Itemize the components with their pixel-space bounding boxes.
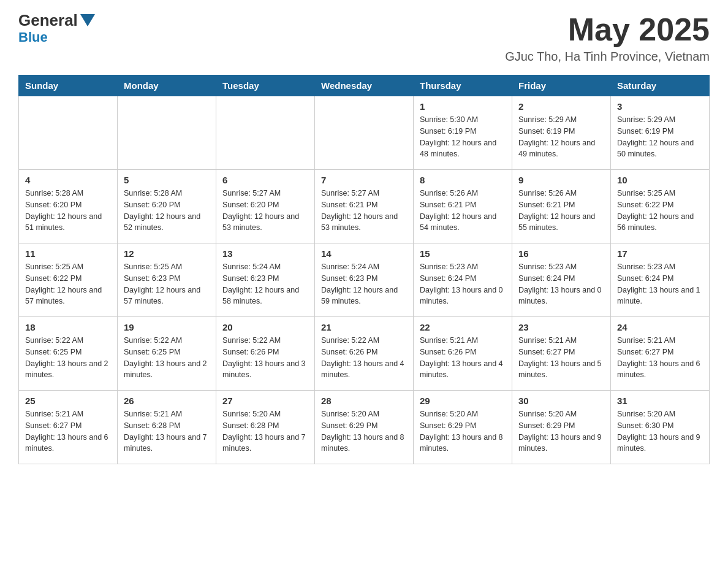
- calendar-cell: 25Sunrise: 5:21 AMSunset: 6:27 PMDayligh…: [19, 391, 118, 464]
- calendar-cell: 7Sunrise: 5:27 AMSunset: 6:21 PMDaylight…: [315, 170, 414, 243]
- day-number: 1: [420, 101, 506, 112]
- page-header: General Blue May 2025 GJuc Tho, Ha Tinh …: [18, 12, 710, 64]
- day-number: 7: [321, 175, 407, 185]
- sun-info: Sunrise: 5:22 AMSunset: 6:25 PMDaylight:…: [124, 335, 210, 381]
- sun-info: Sunrise: 5:20 AMSunset: 6:29 PMDaylight:…: [321, 408, 407, 454]
- sun-info: Sunrise: 5:24 AMSunset: 6:23 PMDaylight:…: [321, 261, 407, 307]
- day-number: 30: [518, 396, 604, 406]
- sun-info: Sunrise: 5:25 AMSunset: 6:22 PMDaylight:…: [25, 261, 111, 307]
- day-number: 27: [222, 396, 308, 406]
- location-subtitle: GJuc Tho, Ha Tinh Province, Vietnam: [505, 50, 710, 64]
- day-number: 13: [222, 248, 308, 259]
- sun-info: Sunrise: 5:20 AMSunset: 6:29 PMDaylight:…: [518, 408, 604, 454]
- sun-info: Sunrise: 5:22 AMSunset: 6:25 PMDaylight:…: [25, 335, 111, 381]
- week-row-4: 18Sunrise: 5:22 AMSunset: 6:25 PMDayligh…: [19, 317, 710, 391]
- calendar-cell: 17Sunrise: 5:23 AMSunset: 6:24 PMDayligh…: [611, 243, 710, 317]
- calendar-header-row: SundayMondayTuesdayWednesdayThursdayFrid…: [19, 75, 710, 96]
- calendar-cell: [315, 96, 414, 170]
- calendar-cell: 13Sunrise: 5:24 AMSunset: 6:23 PMDayligh…: [216, 243, 315, 317]
- calendar-cell: 10Sunrise: 5:25 AMSunset: 6:22 PMDayligh…: [611, 170, 710, 243]
- calendar-cell: 11Sunrise: 5:25 AMSunset: 6:22 PMDayligh…: [19, 243, 118, 317]
- week-row-2: 4Sunrise: 5:28 AMSunset: 6:20 PMDaylight…: [19, 170, 710, 243]
- calendar-cell: 2Sunrise: 5:29 AMSunset: 6:19 PMDaylight…: [512, 96, 611, 170]
- day-number: 17: [617, 248, 703, 259]
- calendar-cell: 14Sunrise: 5:24 AMSunset: 6:23 PMDayligh…: [315, 243, 414, 317]
- sun-info: Sunrise: 5:27 AMSunset: 6:21 PMDaylight:…: [321, 188, 407, 234]
- calendar-cell: 6Sunrise: 5:27 AMSunset: 6:20 PMDaylight…: [216, 170, 315, 243]
- calendar-cell: 19Sunrise: 5:22 AMSunset: 6:25 PMDayligh…: [118, 317, 216, 391]
- calendar-header-wednesday: Wednesday: [315, 75, 414, 96]
- sun-info: Sunrise: 5:29 AMSunset: 6:19 PMDaylight:…: [518, 114, 604, 160]
- logo-general-text: General: [18, 12, 78, 28]
- calendar-header-thursday: Thursday: [414, 75, 512, 96]
- calendar-table: SundayMondayTuesdayWednesdayThursdayFrid…: [18, 75, 710, 464]
- day-number: 18: [25, 322, 111, 332]
- calendar-cell: 15Sunrise: 5:23 AMSunset: 6:24 PMDayligh…: [414, 243, 512, 317]
- day-number: 22: [420, 322, 506, 332]
- day-number: 24: [617, 322, 703, 332]
- day-number: 2: [518, 101, 604, 112]
- calendar-cell: 18Sunrise: 5:22 AMSunset: 6:25 PMDayligh…: [19, 317, 118, 391]
- sun-info: Sunrise: 5:21 AMSunset: 6:27 PMDaylight:…: [617, 335, 703, 381]
- sun-info: Sunrise: 5:21 AMSunset: 6:27 PMDaylight:…: [518, 335, 604, 381]
- day-number: 26: [124, 396, 210, 406]
- day-number: 9: [518, 175, 604, 185]
- calendar-cell: [19, 96, 118, 170]
- week-row-3: 11Sunrise: 5:25 AMSunset: 6:22 PMDayligh…: [19, 243, 710, 317]
- day-number: 20: [222, 322, 308, 332]
- day-number: 21: [321, 322, 407, 332]
- calendar-header-tuesday: Tuesday: [216, 75, 315, 96]
- calendar-cell: 8Sunrise: 5:26 AMSunset: 6:21 PMDaylight…: [414, 170, 512, 243]
- sun-info: Sunrise: 5:30 AMSunset: 6:19 PMDaylight:…: [420, 114, 506, 160]
- calendar-cell: 1Sunrise: 5:30 AMSunset: 6:19 PMDaylight…: [414, 96, 512, 170]
- month-year-title: May 2025: [505, 12, 710, 47]
- calendar-cell: 21Sunrise: 5:22 AMSunset: 6:26 PMDayligh…: [315, 317, 414, 391]
- calendar-cell: 29Sunrise: 5:20 AMSunset: 6:29 PMDayligh…: [414, 391, 512, 464]
- calendar-cell: 26Sunrise: 5:21 AMSunset: 6:28 PMDayligh…: [118, 391, 216, 464]
- day-number: 5: [124, 175, 210, 185]
- day-number: 3: [617, 101, 703, 112]
- calendar-cell: 22Sunrise: 5:21 AMSunset: 6:26 PMDayligh…: [414, 317, 512, 391]
- sun-info: Sunrise: 5:25 AMSunset: 6:22 PMDaylight:…: [617, 188, 703, 234]
- day-number: 28: [321, 396, 407, 406]
- day-number: 8: [420, 175, 506, 185]
- calendar-cell: 16Sunrise: 5:23 AMSunset: 6:24 PMDayligh…: [512, 243, 611, 317]
- day-number: 4: [25, 175, 111, 185]
- day-number: 31: [617, 396, 703, 406]
- day-number: 11: [25, 248, 111, 259]
- calendar-cell: [216, 96, 315, 170]
- sun-info: Sunrise: 5:27 AMSunset: 6:20 PMDaylight:…: [222, 188, 308, 234]
- calendar-cell: 27Sunrise: 5:20 AMSunset: 6:28 PMDayligh…: [216, 391, 315, 464]
- sun-info: Sunrise: 5:21 AMSunset: 6:27 PMDaylight:…: [25, 408, 111, 454]
- sun-info: Sunrise: 5:20 AMSunset: 6:30 PMDaylight:…: [617, 408, 703, 454]
- sun-info: Sunrise: 5:28 AMSunset: 6:20 PMDaylight:…: [124, 188, 210, 234]
- sun-info: Sunrise: 5:25 AMSunset: 6:23 PMDaylight:…: [124, 261, 210, 307]
- sun-info: Sunrise: 5:20 AMSunset: 6:29 PMDaylight:…: [420, 408, 506, 454]
- sun-info: Sunrise: 5:26 AMSunset: 6:21 PMDaylight:…: [420, 188, 506, 234]
- day-number: 10: [617, 175, 703, 185]
- day-number: 12: [124, 248, 210, 259]
- calendar-header-monday: Monday: [118, 75, 216, 96]
- calendar-cell: 12Sunrise: 5:25 AMSunset: 6:23 PMDayligh…: [118, 243, 216, 317]
- day-number: 29: [420, 396, 506, 406]
- title-block: May 2025 GJuc Tho, Ha Tinh Province, Vie…: [505, 12, 710, 64]
- calendar-cell: 31Sunrise: 5:20 AMSunset: 6:30 PMDayligh…: [611, 391, 710, 464]
- sun-info: Sunrise: 5:21 AMSunset: 6:28 PMDaylight:…: [124, 408, 210, 454]
- calendar-cell: 4Sunrise: 5:28 AMSunset: 6:20 PMDaylight…: [19, 170, 118, 243]
- day-number: 19: [124, 322, 210, 332]
- day-number: 15: [420, 248, 506, 259]
- day-number: 25: [25, 396, 111, 406]
- week-row-1: 1Sunrise: 5:30 AMSunset: 6:19 PMDaylight…: [19, 96, 710, 170]
- calendar-cell: 20Sunrise: 5:22 AMSunset: 6:26 PMDayligh…: [216, 317, 315, 391]
- logo-blue-text: Blue: [18, 29, 48, 45]
- calendar-cell: 9Sunrise: 5:26 AMSunset: 6:21 PMDaylight…: [512, 170, 611, 243]
- calendar-header-saturday: Saturday: [611, 75, 710, 96]
- sun-info: Sunrise: 5:22 AMSunset: 6:26 PMDaylight:…: [321, 335, 407, 381]
- calendar-cell: 24Sunrise: 5:21 AMSunset: 6:27 PMDayligh…: [611, 317, 710, 391]
- sun-info: Sunrise: 5:29 AMSunset: 6:19 PMDaylight:…: [617, 114, 703, 160]
- sun-info: Sunrise: 5:23 AMSunset: 6:24 PMDaylight:…: [518, 261, 604, 307]
- day-number: 14: [321, 248, 407, 259]
- calendar-cell: 5Sunrise: 5:28 AMSunset: 6:20 PMDaylight…: [118, 170, 216, 243]
- sun-info: Sunrise: 5:23 AMSunset: 6:24 PMDaylight:…: [420, 261, 506, 307]
- sun-info: Sunrise: 5:24 AMSunset: 6:23 PMDaylight:…: [222, 261, 308, 307]
